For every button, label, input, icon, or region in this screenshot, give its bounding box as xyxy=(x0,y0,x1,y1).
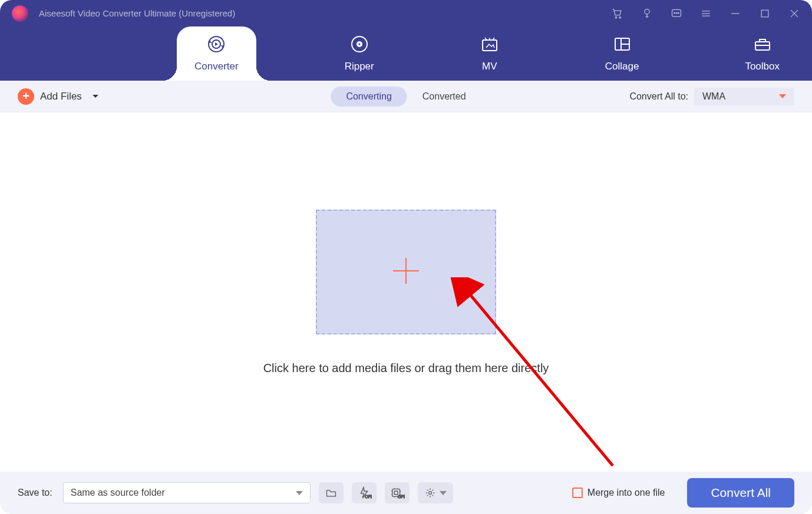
open-folder-button[interactable] xyxy=(319,482,344,503)
svg-point-0 xyxy=(615,16,617,18)
sub-toolbar: + Add Files Converting Converted Convert… xyxy=(0,81,812,112)
add-files-button[interactable]: + Add Files xyxy=(18,88,100,105)
status-segmented: Converting Converted xyxy=(331,87,481,107)
chevron-down-icon xyxy=(296,491,303,495)
main-tabs: Converter Ripper MV Collage Toolbox xyxy=(0,26,812,81)
svg-point-5 xyxy=(676,12,677,14)
merge-label: Merge into one file xyxy=(587,488,665,498)
bottom-bar: Save to: Same as source folder OFF OFF M… xyxy=(0,472,812,514)
svg-point-1 xyxy=(619,16,621,18)
feedback-icon[interactable] xyxy=(671,8,682,19)
ripper-icon xyxy=(350,35,369,54)
tab-collage[interactable]: Collage xyxy=(587,26,657,81)
dropzone-label: Click here to add media files or drag th… xyxy=(263,362,549,375)
window-title: Aiseesoft Video Converter Ultimate (Unre… xyxy=(39,8,612,18)
close-icon[interactable] xyxy=(788,8,800,19)
cart-icon[interactable] xyxy=(612,8,623,19)
key-icon[interactable] xyxy=(641,8,653,19)
tab-ripper[interactable]: Ripper xyxy=(327,26,392,81)
tab-label: Collage xyxy=(605,61,639,72)
checkbox-icon xyxy=(572,488,583,498)
tab-converter[interactable]: Converter xyxy=(177,26,256,81)
converter-icon xyxy=(207,35,226,54)
settings-button[interactable] xyxy=(418,482,453,503)
tab-label: Toolbox xyxy=(745,61,780,72)
tab-toolbox[interactable]: Toolbox xyxy=(727,26,797,81)
title-bar: Aiseesoft Video Converter Ultimate (Unre… xyxy=(0,0,812,26)
format-value: WMA xyxy=(702,91,725,102)
app-window: Aiseesoft Video Converter Ultimate (Unre… xyxy=(0,0,812,514)
plus-icon xyxy=(387,252,425,292)
app-logo-icon xyxy=(12,5,28,22)
gpu-button[interactable]: OFF xyxy=(385,482,410,503)
add-files-label: Add Files xyxy=(40,91,82,102)
convert-all-button[interactable]: Convert All xyxy=(687,478,794,508)
svg-rect-7 xyxy=(761,10,768,17)
segment-converting[interactable]: Converting xyxy=(331,87,407,107)
toolbox-icon xyxy=(753,35,772,54)
maximize-icon[interactable] xyxy=(759,8,771,19)
svg-text:OFF: OFF xyxy=(398,494,405,499)
svg-text:OFF: OFF xyxy=(365,494,372,499)
tab-mv[interactable]: MV xyxy=(463,26,517,81)
svg-point-4 xyxy=(674,12,675,14)
svg-point-21 xyxy=(428,492,431,495)
chevron-down-icon xyxy=(91,94,100,100)
merge-checkbox[interactable]: Merge into one file xyxy=(572,488,665,498)
menu-icon[interactable] xyxy=(700,8,712,19)
tab-label: Converter xyxy=(194,61,239,72)
segment-converted[interactable]: Converted xyxy=(407,87,481,107)
plus-icon: + xyxy=(18,88,34,105)
tab-label: MV xyxy=(482,61,497,72)
dropzone[interactable] xyxy=(316,210,496,334)
main-content: Click here to add media files or drag th… xyxy=(0,112,812,472)
save-to-label: Save to: xyxy=(18,488,52,498)
mv-icon xyxy=(480,35,499,54)
convert-all-to: Convert All to: WMA xyxy=(629,88,794,105)
convert-all-to-label: Convert All to: xyxy=(629,91,688,102)
svg-point-12 xyxy=(358,44,360,45)
hardware-accel-button[interactable]: OFF xyxy=(352,482,377,503)
svg-point-2 xyxy=(645,9,649,14)
tab-label: Ripper xyxy=(345,61,374,72)
collage-icon xyxy=(613,35,632,54)
format-select[interactable]: WMA xyxy=(694,88,794,105)
save-to-value: Same as source folder xyxy=(71,488,165,498)
chevron-down-icon xyxy=(779,94,786,98)
minimize-icon[interactable] xyxy=(730,8,741,19)
chevron-down-icon xyxy=(440,491,447,495)
save-to-select[interactable]: Same as source folder xyxy=(63,482,311,503)
window-controls xyxy=(612,8,800,19)
svg-point-6 xyxy=(678,12,679,14)
